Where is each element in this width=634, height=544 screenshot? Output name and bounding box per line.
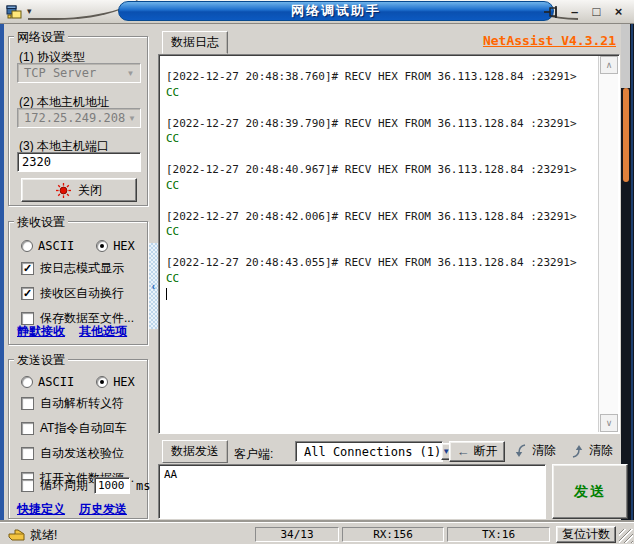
red-led-icon xyxy=(56,183,71,198)
text-caret xyxy=(166,288,167,300)
left-arrow-icon: ← xyxy=(457,445,470,458)
close-window-button[interactable]: × xyxy=(609,2,628,21)
log-entry-data: CC xyxy=(166,85,593,101)
disconnect-button[interactable]: ← 断开 xyxy=(449,441,505,462)
send-settings-group: 发送设置 ASCII HEX 自动解析转义符AT指令自动回车自动发送校验位打开文… xyxy=(8,359,148,519)
log-entry-data: CC xyxy=(166,131,593,147)
log-entry-data: CC xyxy=(166,178,593,194)
receive-log-area[interactable]: [2022-12-27 20:48:38.760]# RECV HEX FROM… xyxy=(158,54,620,434)
log-entry-data: CC xyxy=(166,224,593,240)
send-data-input[interactable]: AA xyxy=(158,464,546,519)
silent-receive-link[interactable]: 静默接收 xyxy=(17,323,65,340)
protocol-select[interactable]: TCP Server ▼ xyxy=(17,63,141,83)
checkbox-icon: ✓ xyxy=(21,262,34,275)
shortcut-define-link[interactable]: 快捷定义 xyxy=(17,501,65,518)
history-send-link[interactable]: 历史发送 xyxy=(79,501,127,518)
panel-collapse-splitter[interactable]: ‹ xyxy=(149,243,158,329)
status-bar: 就绪! 34/13 RX:156 TX:16 复位计数 xyxy=(0,522,634,544)
option-checkbox[interactable]: AT指令自动回车 xyxy=(21,420,134,437)
client-select[interactable]: All Connections (1) ▼ xyxy=(295,441,443,462)
collapse-left-icon: ‹ xyxy=(152,281,155,292)
send-button[interactable]: 发送 xyxy=(552,464,628,519)
log-content: [2022-12-27 20:48:38.760]# RECV HEX FROM… xyxy=(161,57,598,431)
log-entry-header: [2022-12-27 20:48:40.967]# RECV HEX FROM… xyxy=(166,162,593,178)
tab-data-log[interactable]: 数据日志 xyxy=(162,31,228,54)
send-hex-radio[interactable]: HEX xyxy=(96,375,135,389)
resize-grip[interactable] xyxy=(619,529,633,543)
option-checkbox[interactable]: ✓接收区自动换行 xyxy=(21,285,134,302)
window-title: 网络调试助手 xyxy=(118,1,554,21)
title-bar: ▾ 网络调试助手 – □ × xyxy=(0,0,634,24)
scroll-down-icon[interactable]: ∨ xyxy=(600,414,618,432)
option-checkbox[interactable]: ✓按日志模式显示 xyxy=(21,260,134,277)
chevron-down-icon[interactable]: ▼ xyxy=(122,65,139,81)
background-scrollbar-thumb xyxy=(623,88,629,182)
cycle-send-checkbox[interactable]: 循环周期 1000 ms xyxy=(21,477,150,494)
netassist-window: ▾ 网络调试助手 – □ × 网络设置 (1) 协议类型 TCP Server … xyxy=(0,0,634,544)
checkbox-icon xyxy=(21,422,34,435)
rx-counter-panel: RX:156 xyxy=(342,527,444,542)
close-connection-button[interactable]: 关闭 xyxy=(21,178,137,202)
arrow-up-hook-icon xyxy=(571,444,584,458)
option-label: 自动解析转义符 xyxy=(40,395,124,412)
checkbox-icon xyxy=(21,479,34,492)
log-scrollbar[interactable]: ∧ ∨ xyxy=(598,56,618,432)
recv-ascii-radio[interactable]: ASCII xyxy=(21,239,74,253)
receive-settings-title: 接收设置 xyxy=(14,214,68,231)
checkbox-icon: ✓ xyxy=(21,287,34,300)
checkbox-icon xyxy=(21,397,34,410)
checkbox-icon xyxy=(21,447,34,460)
minimize-button[interactable]: – xyxy=(565,2,584,21)
option-label: 按日志模式显示 xyxy=(40,260,124,277)
ready-hand-icon xyxy=(8,528,25,541)
netassist-version-link[interactable]: NetAssist V4.3.21 xyxy=(483,33,616,48)
reset-counter-button[interactable]: 复位计数 xyxy=(556,526,616,543)
send-settings-title: 发送设置 xyxy=(14,352,68,369)
log-entry-data: CC xyxy=(166,271,593,287)
log-entry-header: [2022-12-27 20:48:39.790]# RECV HEX FROM… xyxy=(166,116,593,132)
network-settings-group: 网络设置 (1) 协议类型 TCP Server ▼ (2) 本地主机地址 17… xyxy=(8,36,148,206)
app-icon[interactable] xyxy=(6,4,22,20)
receive-settings-group: 接收设置 ASCII HEX ✓按日志模式显示✓接收区自动换行保存数据至文件..… xyxy=(8,221,148,345)
option-label: 接收区自动换行 xyxy=(40,285,124,302)
option-label: AT指令自动回车 xyxy=(40,420,126,437)
option-label: 自动发送校验位 xyxy=(40,445,124,462)
recv-hex-radio[interactable]: HEX xyxy=(96,239,135,253)
scroll-up-icon[interactable]: ∧ xyxy=(600,56,618,74)
option-checkbox[interactable]: 自动发送校验位 xyxy=(21,445,134,462)
window-left-edge xyxy=(0,24,4,544)
option-checkbox[interactable]: 自动解析转义符 xyxy=(21,395,134,412)
status-ready-text: 就绪! xyxy=(30,527,57,544)
network-settings-title: 网络设置 xyxy=(14,29,68,46)
packet-counter-panel: 34/13 xyxy=(255,527,339,542)
chevron-down-icon[interactable]: ▼ xyxy=(125,110,139,126)
log-entry-header: [2022-12-27 20:48:43.055]# RECV HEX FROM… xyxy=(166,255,593,271)
port-input[interactable]: 2320 xyxy=(17,152,141,172)
clear-send-button[interactable]: 清除 xyxy=(514,442,556,459)
log-entry-header: [2022-12-27 20:48:42.006]# RECV HEX FROM… xyxy=(166,209,593,225)
arrow-down-hook-icon xyxy=(514,444,527,458)
other-options-link[interactable]: 其他选项 xyxy=(79,323,127,340)
maximize-button[interactable]: □ xyxy=(587,2,606,21)
background-window-scrollbar xyxy=(621,24,634,522)
send-ascii-radio[interactable]: ASCII xyxy=(21,375,74,389)
window-menu-arrow-icon[interactable]: ▾ xyxy=(27,6,32,16)
close-connection-label: 关闭 xyxy=(78,182,102,199)
clear-receive-button[interactable]: 清除 xyxy=(571,442,613,459)
log-entry-header: [2022-12-27 20:48:38.760]# RECV HEX FROM… xyxy=(166,69,593,85)
tab-data-send[interactable]: 数据发送 xyxy=(162,440,228,463)
cycle-period-input[interactable]: 1000 xyxy=(94,477,130,494)
pin-icon[interactable] xyxy=(543,5,559,19)
tx-counter-panel: TX:16 xyxy=(447,527,550,542)
client-label: 客户端: xyxy=(234,446,273,463)
host-address-select[interactable]: 172.25.249.208 ▼ xyxy=(17,108,141,128)
